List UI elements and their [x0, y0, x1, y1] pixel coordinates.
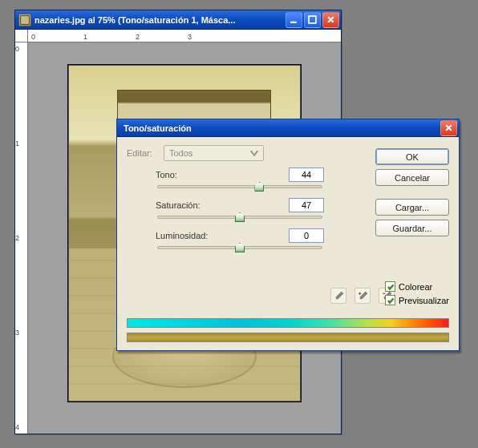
dialog-button-column: OK Cancelar Cargar... Guardar...	[375, 148, 449, 236]
load-button[interactable]: Cargar...	[375, 199, 449, 216]
minimize-button[interactable]	[286, 12, 302, 28]
ok-button[interactable]: OK	[375, 148, 449, 165]
lightness-label: Luminosidad:	[156, 231, 208, 240]
eyedropper-icon	[330, 288, 346, 304]
ruler-tick: 0	[31, 33, 35, 41]
ruler-tick: 3	[188, 33, 192, 41]
hue-value-input[interactable]: 44	[289, 167, 324, 182]
dialog-close-button[interactable]	[440, 120, 457, 136]
ruler-vertical: 0 1 2 3 4	[15, 42, 28, 434]
document-title: nazaries.jpg al 75% (Tono/saturación 1, …	[34, 15, 286, 25]
ruler-tick: 3	[15, 329, 27, 337]
hue-slider[interactable]	[157, 185, 322, 188]
svg-rect-2	[309, 16, 316, 23]
cancel-button[interactable]: Cancelar	[375, 169, 449, 186]
dialog-titlebar[interactable]: Tono/saturación	[117, 119, 459, 137]
output-color-bar	[127, 333, 449, 342]
saturation-row: Saturación: 47	[156, 198, 324, 219]
hue-slider-thumb[interactable]	[254, 182, 264, 192]
color-bars	[127, 318, 449, 342]
dialog-title: Tono/saturación	[120, 123, 440, 133]
hue-label: Tono:	[156, 170, 177, 180]
ruler-horizontal: 0 1 2 3	[28, 30, 341, 42]
ruler-tick: 4	[15, 423, 27, 431]
ruler-tick: 2	[136, 33, 140, 41]
lightness-slider-thumb[interactable]	[235, 243, 245, 252]
ruler-tick: 0	[15, 45, 27, 53]
saturation-label: Saturación:	[156, 200, 201, 210]
checkbox-group: Colorear Previsualizar	[385, 281, 449, 305]
edit-channel-select: Todos	[164, 145, 264, 161]
dialog-body: Editar: Todos Tono: 44 Satura	[117, 137, 459, 350]
sliders-group: Tono: 44 Saturación: 47 Luminosidad:	[156, 167, 324, 249]
saturation-slider[interactable]	[157, 216, 322, 219]
eyedropper-add-icon	[354, 288, 371, 304]
lightness-row: Luminosidad: 0	[156, 228, 324, 249]
maximize-button[interactable]	[304, 12, 321, 28]
edit-channel-value: Todos	[169, 148, 192, 158]
checkmark-icon	[385, 281, 395, 292]
ruler-tick: 2	[15, 234, 27, 242]
saturation-slider-thumb[interactable]	[235, 212, 245, 222]
checkmark-icon	[385, 295, 395, 305]
ruler-origin	[15, 30, 28, 42]
svg-rect-1	[290, 22, 297, 23]
ruler-tick: 1	[83, 33, 87, 41]
save-button[interactable]: Guardar...	[375, 220, 449, 236]
preview-checkbox[interactable]: Previsualizar	[385, 295, 449, 305]
preview-label: Previsualizar	[399, 296, 449, 305]
saturation-value-input[interactable]: 47	[289, 198, 324, 212]
close-button[interactable]	[322, 12, 339, 28]
lightness-value-input[interactable]: 0	[289, 228, 324, 243]
colorize-checkbox[interactable]: Colorear	[385, 281, 449, 292]
colorize-label: Colorear	[399, 282, 432, 292]
ruler-tick: 1	[15, 139, 27, 147]
lightness-slider[interactable]	[157, 246, 322, 249]
document-icon	[18, 14, 31, 26]
chevron-down-icon	[249, 147, 260, 159]
input-spectrum-bar	[127, 318, 449, 328]
document-titlebar[interactable]: nazaries.jpg al 75% (Tono/saturación 1, …	[15, 10, 341, 30]
hue-saturation-dialog: Tono/saturación Editar: Todos Tono: 44	[116, 119, 460, 351]
hue-row: Tono: 44	[156, 167, 324, 188]
edit-label: Editar:	[127, 148, 159, 158]
svg-rect-0	[20, 15, 29, 24]
